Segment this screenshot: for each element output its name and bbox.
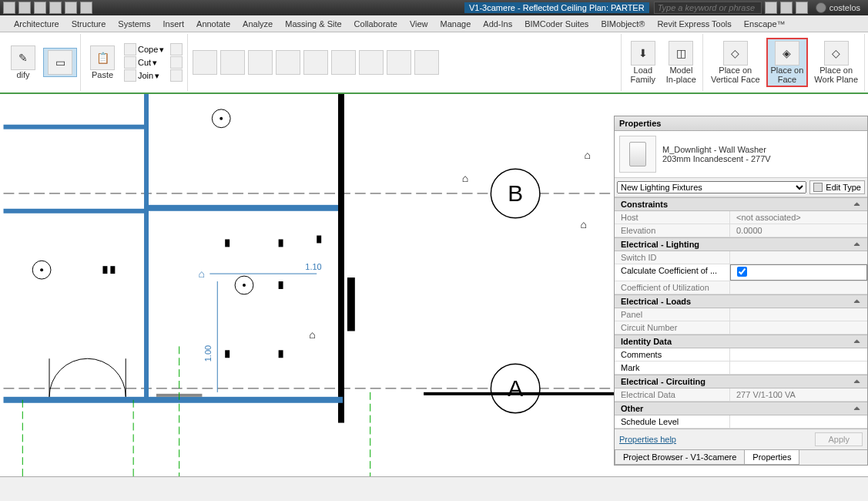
prop-comments-v[interactable] xyxy=(730,348,867,361)
type-name: 203mm Incandescent - 277V xyxy=(662,154,771,163)
menu-structure[interactable]: Structure xyxy=(65,17,112,31)
section-identity[interactable]: Identity Data⏶ xyxy=(615,335,867,348)
menu-bimcoder[interactable]: BIMCoder Suites xyxy=(518,17,595,31)
grid-a: A xyxy=(508,375,523,401)
tab-properties[interactable]: Properties xyxy=(744,449,799,465)
dim-2: 1.00 xyxy=(203,345,213,361)
join-button[interactable]: Join ▾ xyxy=(122,69,166,82)
prop-mark-k: Mark xyxy=(615,361,730,374)
prop-sched-v[interactable] xyxy=(730,415,867,428)
draw-tool-4[interactable] xyxy=(276,50,300,75)
svg-rect-11 xyxy=(347,277,355,331)
section-constraints[interactable]: Constraints⏶ xyxy=(615,197,867,211)
place-work-plane-button[interactable]: ◇Place on Work Plane xyxy=(811,39,861,86)
menu-insert[interactable]: Insert xyxy=(157,17,191,31)
menu-enscape[interactable]: Enscape™ xyxy=(738,17,792,31)
properties-panel: Properties M_Downlight - Wall Washer 203… xyxy=(614,116,868,466)
prop-circuit-k: Circuit Number xyxy=(615,321,730,334)
family-name: M_Downlight - Wall Washer xyxy=(662,145,771,154)
prop-calc-checkbox[interactable] xyxy=(737,267,747,277)
type-selector[interactable]: New Lighting Fixtures xyxy=(617,181,806,193)
prop-host-v: <not associated> xyxy=(730,211,867,224)
grid-b: B xyxy=(508,180,523,206)
menu-massing[interactable]: Massing & Site xyxy=(279,17,347,31)
menu-annotate[interactable]: Annotate xyxy=(190,17,236,31)
prop-sched-k: Schedule Level xyxy=(615,415,730,428)
svg-rect-5 xyxy=(144,94,149,400)
svg-text:⌂: ⌂ xyxy=(309,328,315,341)
svg-rect-28 xyxy=(102,266,107,274)
tab-project-browser[interactable]: Project Browser - V1-3camere xyxy=(615,449,744,465)
prop-panel-k: Panel xyxy=(615,308,730,321)
menu-manage[interactable]: Manage xyxy=(434,17,478,31)
qat-undo-icon[interactable] xyxy=(49,2,62,14)
qat-print-icon[interactable] xyxy=(80,2,92,14)
modify-button[interactable]: ✎dify xyxy=(6,44,40,81)
section-other[interactable]: Other⏶ xyxy=(615,402,867,415)
info-icon[interactable] xyxy=(765,2,777,14)
prop-comments-k: Comments xyxy=(615,348,730,361)
tool-a[interactable] xyxy=(169,43,184,55)
svg-point-18 xyxy=(220,117,223,120)
edit-type-button[interactable]: Edit Type xyxy=(809,180,865,194)
app-icon xyxy=(3,2,15,14)
svg-rect-9 xyxy=(4,397,343,403)
prop-coef-v xyxy=(730,281,867,294)
menu-collaborate[interactable]: Collaborate xyxy=(348,17,404,31)
section-elec-light[interactable]: Electrical - Lighting⏶ xyxy=(615,237,867,251)
prop-elev-k: Elevation xyxy=(615,224,730,237)
tool-c[interactable] xyxy=(169,69,184,82)
draw-tool-1[interactable] xyxy=(193,50,217,75)
draw-tool-2[interactable] xyxy=(220,50,245,75)
model-inplace-button[interactable]: ◫Model In-place xyxy=(663,39,699,86)
qat-redo-icon[interactable] xyxy=(65,2,77,14)
menu-revitexpress[interactable]: Revit Express Tools xyxy=(651,17,737,31)
qat-save-icon[interactable] xyxy=(18,2,31,14)
dim-1: 1.10 xyxy=(305,262,321,271)
draw-tool-8[interactable] xyxy=(387,50,411,75)
menu-bimobject[interactable]: BIMobject® xyxy=(595,17,651,31)
draw-tool-3[interactable] xyxy=(248,50,273,75)
cut-button[interactable]: Cut ▾ xyxy=(122,56,166,69)
svg-text:⌂: ⌂ xyxy=(580,218,586,230)
draw-tool-9[interactable] xyxy=(414,50,439,75)
search-input[interactable] xyxy=(654,2,762,14)
svg-point-22 xyxy=(243,284,246,287)
key-icon[interactable] xyxy=(780,2,793,14)
svg-rect-35 xyxy=(279,350,283,358)
properties-help-link[interactable]: Properties help xyxy=(619,435,676,444)
place-on-face-button[interactable]: ◈Place on Face xyxy=(766,38,809,87)
menu-architecture[interactable]: Architecture xyxy=(8,17,65,31)
qat-open-icon[interactable] xyxy=(34,2,46,14)
paste-button[interactable]: 📋Paste xyxy=(85,44,119,81)
prop-elecdata-k: Electrical Data xyxy=(615,388,730,401)
prop-switch-v xyxy=(730,251,867,264)
section-elec-circ[interactable]: Electrical - Circuiting⏶ xyxy=(615,375,867,388)
section-elec-loads[interactable]: Electrical - Loads⏶ xyxy=(615,294,867,308)
draw-tool-7[interactable] xyxy=(359,50,384,75)
document-title: V1-3camere - Reflected Ceiling Plan: PAR… xyxy=(464,2,649,13)
prop-mark-v[interactable] xyxy=(730,361,867,374)
svg-rect-32 xyxy=(317,236,321,244)
load-family-button[interactable]: ⬇Load Family xyxy=(626,39,660,86)
svg-text:⌂: ⌂ xyxy=(198,267,204,280)
svg-point-20 xyxy=(40,268,43,271)
menu-systems[interactable]: Systems xyxy=(112,17,156,31)
user-label[interactable]: costelos xyxy=(811,2,865,13)
place-vertical-face-button[interactable]: ◇Place on Vertical Face xyxy=(708,39,763,86)
svg-rect-12 xyxy=(424,392,622,395)
select-button[interactable]: ▭ xyxy=(43,48,77,77)
apply-button[interactable]: Apply xyxy=(815,432,863,446)
cope-button[interactable]: Cope ▾ xyxy=(122,43,166,55)
prop-calc-k: Calculate Coefficient of ... xyxy=(615,264,730,281)
menu-view[interactable]: View xyxy=(404,17,434,31)
star-icon[interactable] xyxy=(796,2,808,14)
svg-rect-6 xyxy=(4,209,149,214)
draw-tool-5[interactable] xyxy=(303,50,328,75)
svg-rect-33 xyxy=(279,281,283,289)
draw-tool-6[interactable] xyxy=(331,50,356,75)
menu-addins[interactable]: Add-Ins xyxy=(477,17,518,31)
prop-circuit-v xyxy=(730,321,867,334)
menu-analyze[interactable]: Analyze xyxy=(236,17,279,31)
tool-b[interactable] xyxy=(169,56,184,69)
